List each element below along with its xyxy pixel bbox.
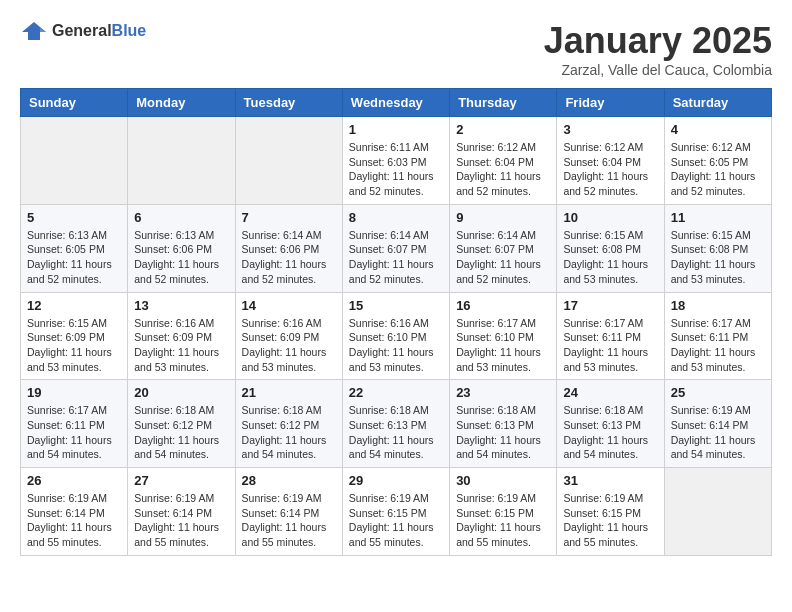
calendar-cell: 16Sunrise: 6:17 AM Sunset: 6:10 PM Dayli… — [450, 292, 557, 380]
day-number: 4 — [671, 122, 765, 137]
day-number: 11 — [671, 210, 765, 225]
day-info: Sunrise: 6:13 AM Sunset: 6:05 PM Dayligh… — [27, 228, 121, 287]
calendar-cell: 6Sunrise: 6:13 AM Sunset: 6:06 PM Daylig… — [128, 204, 235, 292]
day-number: 22 — [349, 385, 443, 400]
logo-icon — [20, 20, 48, 42]
day-number: 16 — [456, 298, 550, 313]
day-number: 12 — [27, 298, 121, 313]
day-number: 15 — [349, 298, 443, 313]
calendar-cell: 14Sunrise: 6:16 AM Sunset: 6:09 PM Dayli… — [235, 292, 342, 380]
calendar-cell — [128, 117, 235, 205]
calendar-cell — [664, 468, 771, 556]
day-info: Sunrise: 6:14 AM Sunset: 6:07 PM Dayligh… — [349, 228, 443, 287]
day-number: 6 — [134, 210, 228, 225]
day-number: 10 — [563, 210, 657, 225]
calendar-cell: 27Sunrise: 6:19 AM Sunset: 6:14 PM Dayli… — [128, 468, 235, 556]
weekday-header-sunday: Sunday — [21, 89, 128, 117]
day-number: 17 — [563, 298, 657, 313]
calendar-cell: 4Sunrise: 6:12 AM Sunset: 6:05 PM Daylig… — [664, 117, 771, 205]
day-info: Sunrise: 6:18 AM Sunset: 6:13 PM Dayligh… — [456, 403, 550, 462]
calendar-week-row: 26Sunrise: 6:19 AM Sunset: 6:14 PM Dayli… — [21, 468, 772, 556]
calendar-cell: 26Sunrise: 6:19 AM Sunset: 6:14 PM Dayli… — [21, 468, 128, 556]
day-info: Sunrise: 6:14 AM Sunset: 6:06 PM Dayligh… — [242, 228, 336, 287]
day-number: 24 — [563, 385, 657, 400]
weekday-header-friday: Friday — [557, 89, 664, 117]
day-info: Sunrise: 6:16 AM Sunset: 6:09 PM Dayligh… — [134, 316, 228, 375]
day-info: Sunrise: 6:16 AM Sunset: 6:10 PM Dayligh… — [349, 316, 443, 375]
calendar-cell: 5Sunrise: 6:13 AM Sunset: 6:05 PM Daylig… — [21, 204, 128, 292]
calendar-cell: 21Sunrise: 6:18 AM Sunset: 6:12 PM Dayli… — [235, 380, 342, 468]
calendar-cell: 28Sunrise: 6:19 AM Sunset: 6:14 PM Dayli… — [235, 468, 342, 556]
day-number: 21 — [242, 385, 336, 400]
weekday-header-thursday: Thursday — [450, 89, 557, 117]
day-info: Sunrise: 6:17 AM Sunset: 6:11 PM Dayligh… — [671, 316, 765, 375]
day-info: Sunrise: 6:16 AM Sunset: 6:09 PM Dayligh… — [242, 316, 336, 375]
day-number: 13 — [134, 298, 228, 313]
calendar-cell — [21, 117, 128, 205]
day-info: Sunrise: 6:15 AM Sunset: 6:09 PM Dayligh… — [27, 316, 121, 375]
weekday-header-saturday: Saturday — [664, 89, 771, 117]
calendar-cell: 20Sunrise: 6:18 AM Sunset: 6:12 PM Dayli… — [128, 380, 235, 468]
day-number: 28 — [242, 473, 336, 488]
calendar-cell: 12Sunrise: 6:15 AM Sunset: 6:09 PM Dayli… — [21, 292, 128, 380]
day-info: Sunrise: 6:17 AM Sunset: 6:11 PM Dayligh… — [563, 316, 657, 375]
calendar-cell: 24Sunrise: 6:18 AM Sunset: 6:13 PM Dayli… — [557, 380, 664, 468]
day-info: Sunrise: 6:11 AM Sunset: 6:03 PM Dayligh… — [349, 140, 443, 199]
day-number: 1 — [349, 122, 443, 137]
day-info: Sunrise: 6:12 AM Sunset: 6:05 PM Dayligh… — [671, 140, 765, 199]
day-number: 18 — [671, 298, 765, 313]
day-number: 8 — [349, 210, 443, 225]
day-info: Sunrise: 6:17 AM Sunset: 6:11 PM Dayligh… — [27, 403, 121, 462]
day-info: Sunrise: 6:19 AM Sunset: 6:15 PM Dayligh… — [563, 491, 657, 550]
day-info: Sunrise: 6:15 AM Sunset: 6:08 PM Dayligh… — [563, 228, 657, 287]
calendar-cell: 8Sunrise: 6:14 AM Sunset: 6:07 PM Daylig… — [342, 204, 449, 292]
day-info: Sunrise: 6:18 AM Sunset: 6:13 PM Dayligh… — [349, 403, 443, 462]
calendar-week-row: 1Sunrise: 6:11 AM Sunset: 6:03 PM Daylig… — [21, 117, 772, 205]
calendar-week-row: 19Sunrise: 6:17 AM Sunset: 6:11 PM Dayli… — [21, 380, 772, 468]
calendar-cell: 30Sunrise: 6:19 AM Sunset: 6:15 PM Dayli… — [450, 468, 557, 556]
calendar-cell — [235, 117, 342, 205]
day-info: Sunrise: 6:12 AM Sunset: 6:04 PM Dayligh… — [456, 140, 550, 199]
day-info: Sunrise: 6:19 AM Sunset: 6:14 PM Dayligh… — [27, 491, 121, 550]
day-number: 27 — [134, 473, 228, 488]
day-info: Sunrise: 6:19 AM Sunset: 6:15 PM Dayligh… — [456, 491, 550, 550]
day-number: 5 — [27, 210, 121, 225]
day-info: Sunrise: 6:19 AM Sunset: 6:14 PM Dayligh… — [242, 491, 336, 550]
day-number: 26 — [27, 473, 121, 488]
day-number: 3 — [563, 122, 657, 137]
day-number: 29 — [349, 473, 443, 488]
calendar-cell: 11Sunrise: 6:15 AM Sunset: 6:08 PM Dayli… — [664, 204, 771, 292]
calendar-cell: 3Sunrise: 6:12 AM Sunset: 6:04 PM Daylig… — [557, 117, 664, 205]
day-info: Sunrise: 6:19 AM Sunset: 6:14 PM Dayligh… — [134, 491, 228, 550]
calendar-table: SundayMondayTuesdayWednesdayThursdayFrid… — [20, 88, 772, 556]
day-info: Sunrise: 6:18 AM Sunset: 6:12 PM Dayligh… — [134, 403, 228, 462]
calendar-week-row: 5Sunrise: 6:13 AM Sunset: 6:05 PM Daylig… — [21, 204, 772, 292]
calendar-cell: 7Sunrise: 6:14 AM Sunset: 6:06 PM Daylig… — [235, 204, 342, 292]
day-info: Sunrise: 6:14 AM Sunset: 6:07 PM Dayligh… — [456, 228, 550, 287]
calendar-cell: 19Sunrise: 6:17 AM Sunset: 6:11 PM Dayli… — [21, 380, 128, 468]
day-number: 2 — [456, 122, 550, 137]
day-info: Sunrise: 6:17 AM Sunset: 6:10 PM Dayligh… — [456, 316, 550, 375]
day-number: 7 — [242, 210, 336, 225]
calendar-cell: 1Sunrise: 6:11 AM Sunset: 6:03 PM Daylig… — [342, 117, 449, 205]
calendar-cell: 25Sunrise: 6:19 AM Sunset: 6:14 PM Dayli… — [664, 380, 771, 468]
day-number: 30 — [456, 473, 550, 488]
day-number: 31 — [563, 473, 657, 488]
weekday-header-row: SundayMondayTuesdayWednesdayThursdayFrid… — [21, 89, 772, 117]
weekday-header-monday: Monday — [128, 89, 235, 117]
calendar-cell: 18Sunrise: 6:17 AM Sunset: 6:11 PM Dayli… — [664, 292, 771, 380]
day-info: Sunrise: 6:18 AM Sunset: 6:13 PM Dayligh… — [563, 403, 657, 462]
month-title: January 2025 — [544, 20, 772, 62]
calendar-cell: 17Sunrise: 6:17 AM Sunset: 6:11 PM Dayli… — [557, 292, 664, 380]
weekday-header-tuesday: Tuesday — [235, 89, 342, 117]
calendar-cell: 9Sunrise: 6:14 AM Sunset: 6:07 PM Daylig… — [450, 204, 557, 292]
title-area: January 2025 Zarzal, Valle del Cauca, Co… — [544, 20, 772, 78]
calendar-week-row: 12Sunrise: 6:15 AM Sunset: 6:09 PM Dayli… — [21, 292, 772, 380]
logo: GeneralBlue — [20, 20, 146, 42]
calendar-cell: 10Sunrise: 6:15 AM Sunset: 6:08 PM Dayli… — [557, 204, 664, 292]
page-header: GeneralBlue January 2025 Zarzal, Valle d… — [20, 20, 772, 78]
day-number: 23 — [456, 385, 550, 400]
calendar-cell: 29Sunrise: 6:19 AM Sunset: 6:15 PM Dayli… — [342, 468, 449, 556]
day-info: Sunrise: 6:15 AM Sunset: 6:08 PM Dayligh… — [671, 228, 765, 287]
day-info: Sunrise: 6:13 AM Sunset: 6:06 PM Dayligh… — [134, 228, 228, 287]
